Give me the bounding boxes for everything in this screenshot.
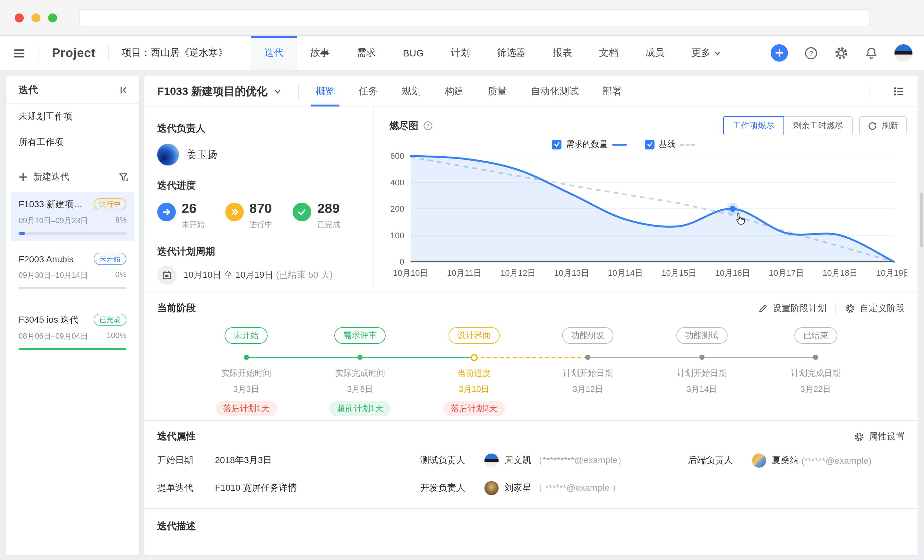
help-icon[interactable]: ? — [804, 46, 818, 60]
developer-name[interactable]: 刘家星 — [504, 482, 531, 494]
nav-tab-report[interactable]: 报表 — [539, 36, 585, 70]
chart-legend: 需求的数量 基线 — [382, 138, 695, 151]
stage-info-1: 实际完成时间 3月8日 超前计划1天 — [303, 365, 417, 416]
tab-tasks[interactable]: 任务 — [359, 76, 378, 106]
minimize-window-icon[interactable] — [32, 13, 40, 22]
svg-text:10月12日: 10月12日 — [501, 268, 536, 278]
sidebar-item-unplanned[interactable]: 未规划工作项 — [6, 104, 139, 130]
start-date-label: 开始日期 — [157, 455, 215, 466]
zoom-window-icon[interactable] — [48, 13, 57, 22]
progress-section-title: 迭代进度 — [157, 180, 361, 192]
svg-text:10月18日: 10月18日 — [823, 268, 858, 278]
brand-logo[interactable]: Project — [52, 46, 96, 60]
nav-tab-document[interactable]: 文档 — [585, 36, 632, 70]
nav-tab-more[interactable]: 更多 — [678, 36, 735, 70]
nav-tab-story[interactable]: 故事 — [297, 36, 343, 70]
list-view-icon[interactable] — [892, 85, 905, 97]
nav-tab-bug[interactable]: BUG — [390, 36, 437, 70]
checkbox-checked-icon[interactable] — [645, 139, 654, 149]
customize-stage-button[interactable]: 自定义阶段 — [845, 302, 905, 314]
checkbox-checked-icon[interactable] — [552, 139, 561, 149]
stage-label: 实际开始时间 — [221, 368, 272, 379]
scrollbar-thumb[interactable] — [920, 192, 923, 248]
plus-icon — [19, 172, 28, 181]
current-stage-section: 当前阶段 设置阶段计划 自定义阶段 — [144, 292, 918, 420]
detail-tabs: 概览 任务 规划 构建 质量 自动化测试 部署 — [316, 76, 622, 106]
stage-pill-not-started[interactable]: 未开始 — [225, 327, 268, 344]
cycle-range: 10月10日 至 10月19日 — [183, 270, 273, 280]
nav-tab-filter[interactable]: 筛选器 — [483, 36, 539, 70]
stage-section-title: 当前阶段 — [157, 302, 196, 314]
iteration-card-f3045[interactable]: F3045 ios 迭代 已完成 08月06日–09月04日 100% — [11, 307, 134, 357]
nav-tab-member[interactable]: 成员 — [632, 36, 678, 70]
tester-avatar[interactable] — [484, 454, 499, 468]
help-icon[interactable]: ? — [423, 121, 433, 131]
stage-pill-feature-dev[interactable]: 功能研发 — [562, 327, 614, 344]
ticket-iteration-label: 提单迭代 — [157, 482, 215, 494]
cycle-section-title: 迭代计划周期 — [157, 246, 361, 258]
toggle-remaining-hours-burndown[interactable]: 剩余工时燃尽 — [783, 116, 853, 135]
progress-completed: 289 已完成 — [293, 201, 361, 230]
stage-pill-feature-test[interactable]: 功能测试 — [676, 327, 728, 344]
collapse-sidebar-icon[interactable] — [118, 84, 129, 95]
settings-gear-icon[interactable] — [834, 46, 848, 60]
iteration-title-dropdown[interactable]: F1033 新建项目的优化 — [157, 76, 282, 106]
stage-pill-finished[interactable]: 已结束 — [794, 327, 837, 344]
tab-build[interactable]: 构建 — [445, 76, 464, 106]
user-avatar[interactable] — [894, 44, 912, 62]
tab-planning[interactable]: 规划 — [402, 76, 421, 106]
iteration-card-f2003[interactable]: F2003 Anubis 未开始 09月30日–10月14日 0% — [11, 246, 134, 296]
label-in-progress: 进行中 — [249, 219, 272, 230]
top-nav: Project 项目：西山居《逆水寒》 迭代 故事 需求 BUG 计划 筛选器 … — [0, 36, 924, 70]
close-window-icon[interactable] — [15, 13, 24, 22]
stage-info-5: 计划完成日期 3月22日 — [759, 365, 873, 416]
developer-avatar[interactable] — [484, 481, 499, 495]
iteration-dates: 09月30日–10月14日 — [19, 270, 88, 281]
toggle-workitem-burndown[interactable]: 工作项燃尽 — [723, 116, 784, 135]
burndown-title: 燃尽图 — [390, 120, 418, 132]
property-settings-button[interactable]: 属性设置 — [854, 431, 905, 442]
ticket-iteration-value[interactable]: F1010 宽屏任务详情 — [215, 482, 297, 494]
iteration-card-f1033[interactable]: F1033 新建项目的优化 进行中 09月10日–09月23日 6% — [11, 192, 134, 241]
nav-tab-requirement[interactable]: 需求 — [343, 36, 390, 70]
notifications-bell-icon[interactable] — [864, 46, 879, 60]
stage-dot — [813, 355, 819, 360]
hamburger-menu-icon[interactable] — [13, 46, 26, 59]
set-stage-plan-button[interactable]: 设置阶段计划 — [759, 302, 826, 314]
burndown-toggle-group: 工作项燃尽 剩余工时燃尽 — [723, 116, 853, 135]
tab-quality[interactable]: 质量 — [488, 76, 507, 106]
stage-date: 3月12日 — [573, 383, 603, 395]
tab-deploy[interactable]: 部署 — [603, 76, 622, 106]
page-title: F1033 新建项目的优化 — [157, 84, 268, 99]
refresh-icon — [867, 121, 877, 130]
iteration-description-section: 迭代描述 — [144, 508, 918, 544]
tab-automated-testing[interactable]: 自动化测试 — [531, 76, 579, 106]
stage-pill-design-ui[interactable]: 设计界面 — [448, 327, 500, 344]
owner-avatar[interactable] — [157, 144, 179, 166]
tester-name[interactable]: 周文凯 — [504, 455, 531, 466]
calendar-icon — [157, 265, 177, 285]
description-section-title: 迭代描述 — [157, 520, 196, 531]
backend-avatar[interactable] — [752, 454, 766, 468]
count-completed: 289 — [317, 201, 340, 216]
burndown-chart[interactable]: 600400200100010月10日10月11日10月12日10月13日10月… — [382, 152, 907, 280]
project-name[interactable]: 项目：西山居《逆水寒》 — [122, 47, 228, 59]
address-bar[interactable] — [79, 9, 870, 26]
legend-demand-count[interactable]: 需求的数量 — [552, 139, 627, 150]
sidebar-item-all[interactable]: 所有工作项 — [6, 130, 139, 155]
tab-overview[interactable]: 概览 — [316, 76, 335, 106]
new-iteration-button[interactable]: 新建迭代 — [33, 171, 69, 183]
stage-pill-requirement-review[interactable]: 需求评审 — [334, 327, 386, 344]
stage-label: 计划完成日期 — [791, 368, 841, 379]
backend-name[interactable]: 夏桑纳 — [772, 455, 799, 466]
refresh-button[interactable]: 刷新 — [859, 116, 907, 135]
nav-tabs: 迭代 故事 需求 BUG 计划 筛选器 报表 文档 成员 更多 — [251, 36, 735, 70]
nav-tab-plan[interactable]: 计划 — [437, 36, 483, 70]
create-button[interactable] — [771, 44, 788, 61]
progress-fill — [19, 348, 126, 350]
nav-tab-iteration[interactable]: 迭代 — [251, 36, 297, 70]
legend-baseline[interactable]: 基线 — [645, 139, 695, 150]
filter-icon[interactable] — [118, 172, 129, 183]
iteration-percent: 100% — [107, 331, 126, 342]
owner-name: 姜玉扬 — [187, 148, 218, 161]
